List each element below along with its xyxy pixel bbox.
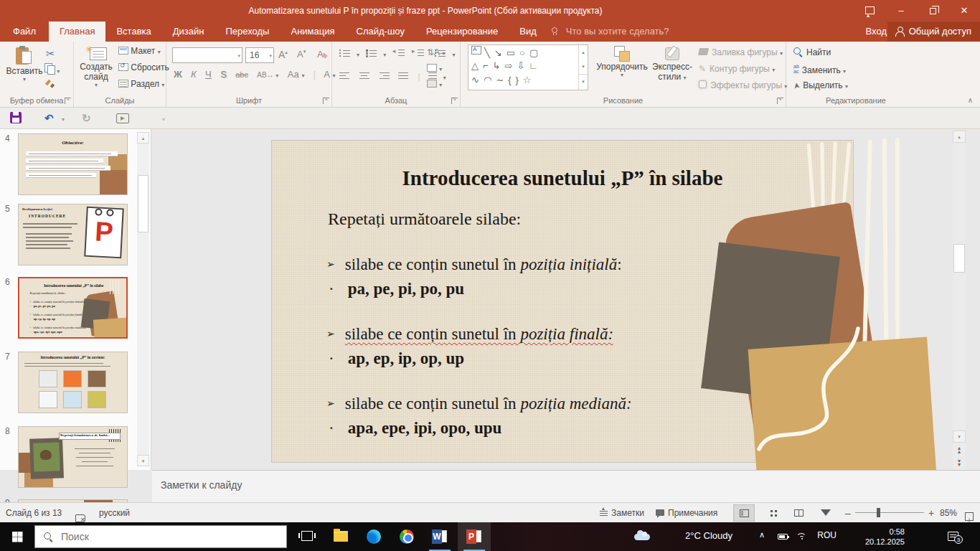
close-button[interactable]: ✕ (948, 0, 980, 22)
shapes-scroll-up-icon[interactable]: ▴ (579, 45, 588, 60)
font-size-combo[interactable]: 16▾ (245, 47, 274, 63)
quick-styles-button[interactable]: Экспресс- стили ▾ (650, 46, 694, 82)
shapes-scroll-down-icon[interactable]: ▾ (579, 60, 588, 74)
slide-title[interactable]: Introducerea sunetului „P” în silabe (272, 166, 853, 190)
slide-thumbnail-4[interactable]: Obiective: (18, 133, 128, 195)
arrow-shape-icon[interactable]: ↘ (494, 47, 507, 58)
drawing-dialog-launcher[interactable] (777, 98, 783, 104)
undo-button[interactable]: ↶ (44, 112, 54, 125)
zoom-level[interactable]: 85% (940, 503, 957, 523)
canvas-scrollbar[interactable]: ▴ ▾ ▲▲ ▼▼ (953, 131, 966, 470)
shape-outline-button[interactable]: ✎Контур фигуры ▾ (699, 64, 775, 74)
bullets-icon[interactable] (339, 49, 351, 57)
canvas-scroll-up-icon[interactable]: ▴ (953, 131, 966, 143)
notification-center-icon[interactable]: 3 (948, 532, 958, 541)
weather-cloud-icon[interactable] (634, 534, 650, 540)
paste-dropdown[interactable]: ▾ (6, 76, 43, 83)
search-input[interactable] (61, 526, 276, 547)
strikethrough-button[interactable]: abc (235, 70, 248, 79)
slide-intro-text[interactable]: Repetați următoarele silabe: (328, 209, 521, 229)
align-right-icon[interactable] (379, 72, 390, 80)
undo-dropdown[interactable]: ▾ (62, 116, 65, 123)
shapes-gallery[interactable]: ╲↘▭○▢ △⌐↳⇨⇩∟ ∿◠∼{}☆ ▴ ▾ ▾ (468, 44, 588, 90)
tab-insert[interactable]: Вставка (105, 22, 161, 42)
arc-shape-icon[interactable]: ◠ (484, 75, 496, 85)
slide-bullet-1[interactable]: ➢silabe ce conțin sunetul în poziția ini… (326, 255, 622, 274)
paste-button[interactable]: Вставить ▾ (6, 46, 43, 83)
slide-thumbnail-6-selected[interactable]: Introducerea sunetului „P” în silabe Rep… (18, 277, 128, 339)
tab-animations[interactable]: Анимация (280, 22, 345, 42)
slide-bullet-2[interactable]: ➢silabe ce conțin sunetul în poziția fin… (326, 325, 613, 344)
weather-text[interactable]: 2°C Cloudy (685, 530, 732, 541)
align-center-icon[interactable] (359, 72, 369, 80)
section-button[interactable]: Раздел ▾ (118, 79, 164, 89)
reading-view-button[interactable] (788, 504, 809, 522)
underline-button[interactable]: Ч (205, 69, 212, 80)
hidden-icons-chevron[interactable]: ∧ (759, 530, 765, 540)
start-slideshow-button[interactable] (116, 113, 129, 123)
notes-pane[interactable]: Заметки к слайду (152, 470, 980, 502)
tab-view[interactable]: Вид (509, 22, 547, 42)
shrink-font-button[interactable]: А▾ (297, 49, 306, 60)
slide-sorter-view-button[interactable] (760, 504, 782, 522)
next-slide-button[interactable]: ▼▼ (954, 459, 964, 466)
start-button[interactable] (0, 522, 34, 551)
battery-icon[interactable] (778, 534, 788, 540)
text-direction-button[interactable]: ⇅А ▾ (427, 47, 445, 57)
select-button[interactable]: ➤Выделить ▾ (793, 80, 848, 90)
chrome-button[interactable] (390, 522, 423, 551)
share-button[interactable]: Общий доступ (887, 22, 980, 42)
slide-thumbnail-5[interactable]: Desfășurarea lecției INTRODUCERE P (18, 204, 128, 265)
text-shadow-button[interactable]: S (220, 69, 227, 80)
curve-shape-icon[interactable]: ∼ (496, 75, 508, 85)
powerpoint-button[interactable]: P (458, 522, 491, 551)
slide-thumbnail-7[interactable]: Introducerea sunetului „P” în cuvinte: (18, 352, 128, 413)
thumbnail-scroll-up-icon[interactable]: ▴ (137, 132, 149, 143)
layout-button[interactable]: Макет ▾ (118, 46, 161, 56)
character-spacing-button[interactable]: АВ↔ ▾ (257, 71, 278, 79)
zoom-slider-handle[interactable] (877, 508, 880, 517)
save-button[interactable] (10, 112, 22, 123)
file-explorer-button[interactable] (324, 522, 357, 551)
minimize-button[interactable]: – (885, 0, 917, 22)
cut-button[interactable]: ✂ (46, 47, 55, 60)
increase-indent-icon[interactable] (413, 50, 424, 57)
tab-review[interactable]: Рецензирование (415, 22, 509, 42)
font-dialog-launcher[interactable] (323, 98, 329, 104)
grow-font-button[interactable]: А▴ (278, 49, 288, 60)
font-name-combo[interactable]: ▾ (172, 47, 242, 63)
thumbnail-scroll-down-icon[interactable]: ▾ (137, 455, 149, 466)
redo-button[interactable]: ↻ (82, 112, 91, 125)
arrange-button[interactable]: Упорядочить ▾ (594, 46, 650, 78)
canvas-scrollbar-thumb[interactable] (953, 244, 965, 273)
right-arrow-shape-icon[interactable]: ⇨ (505, 60, 517, 71)
line-shape-icon[interactable]: ╲ (484, 47, 494, 58)
tab-home[interactable]: Главная (49, 22, 105, 42)
shapes-more-icon[interactable]: ▾ (579, 74, 588, 89)
comments-toggle-button[interactable]: Примечания (656, 503, 717, 523)
find-button[interactable]: Найти (793, 47, 831, 57)
star-shape-icon[interactable]: ☆ (523, 75, 536, 85)
clipboard-dialog-launcher[interactable] (65, 98, 71, 104)
tab-slideshow[interactable]: Слайд-шоу (346, 22, 415, 42)
format-painter-button[interactable] (45, 79, 55, 91)
slide-syllables-3[interactable]: ·apa, epe, ipi, opo, upu (329, 419, 501, 438)
ribbon-display-options-button[interactable] (854, 0, 885, 22)
slide-syllables-1[interactable]: ·pa, pe, pi, po, pu (329, 280, 464, 298)
keyboard-language[interactable]: ROU (817, 530, 837, 540)
restore-button[interactable] (917, 0, 948, 22)
shape-effects-button[interactable]: Эффекты фигуры ▾ (699, 80, 787, 90)
tab-design[interactable]: Дизайн (162, 22, 215, 42)
tell-me-box[interactable]: Что вы хотите сделать? (547, 22, 669, 42)
bold-button[interactable]: Ж (174, 69, 182, 80)
slide-bullet-3[interactable]: ➢silabe ce conțin sunetul în poziția med… (326, 395, 632, 413)
oval-shape-icon[interactable]: ○ (519, 47, 529, 58)
zoom-in-button[interactable]: + (928, 503, 934, 523)
slide-thumbnail-8[interactable]: Repetați frământarea de limbă : (18, 426, 128, 488)
rounded-rectangle-shape-icon[interactable]: ▢ (529, 47, 542, 58)
align-left-icon[interactable] (339, 72, 350, 80)
collapse-ribbon-icon[interactable]: ∧ (968, 96, 973, 104)
change-case-button[interactable]: Аа ▾ (288, 69, 305, 80)
zoom-out-button[interactable]: – (845, 503, 851, 523)
copy-button[interactable]: ▾ (44, 63, 60, 75)
